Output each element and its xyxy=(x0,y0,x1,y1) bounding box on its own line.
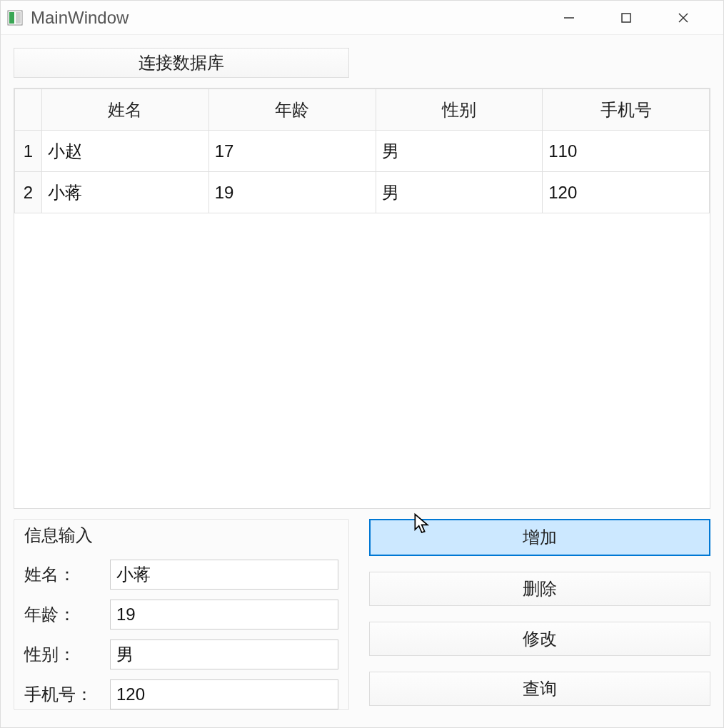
form-row: 手机号： xyxy=(24,679,338,709)
form-row: 年龄： xyxy=(24,600,338,630)
main-window: MainWindow 连接数据库 姓名 xyxy=(0,0,724,728)
svg-rect-2 xyxy=(16,12,21,24)
input-form-group: 信息输入 姓名：年龄：性别：手机号： xyxy=(14,519,349,710)
add-button[interactable]: 增加 xyxy=(369,519,710,556)
table-header-name[interactable]: 姓名 xyxy=(42,89,209,131)
form-row: 姓名： xyxy=(24,560,338,590)
data-table-container: 姓名 年龄 性别 手机号 1小赵17男1102小蒋19男120 xyxy=(14,88,710,509)
age-label: 年龄： xyxy=(24,603,103,626)
table-header-gender[interactable]: 性别 xyxy=(376,89,543,131)
row-index: 1 xyxy=(15,131,42,172)
table-cell[interactable]: 19 xyxy=(208,172,376,213)
table-cell[interactable]: 120 xyxy=(543,172,710,213)
query-button[interactable]: 查询 xyxy=(369,672,710,706)
form-group-title: 信息输入 xyxy=(24,524,338,547)
window-title: MainWindow xyxy=(31,8,552,28)
svg-rect-4 xyxy=(622,14,630,22)
phone-input[interactable] xyxy=(110,679,338,709)
action-buttons: 增加 删除 修改 查询 xyxy=(369,519,710,710)
minimize-button[interactable] xyxy=(552,4,586,32)
gender-label: 性别： xyxy=(24,643,103,666)
table-cell[interactable]: 小蒋 xyxy=(42,172,209,213)
table-cell[interactable]: 17 xyxy=(208,131,376,172)
form-row: 性别： xyxy=(24,639,338,669)
table-row[interactable]: 1小赵17男110 xyxy=(15,131,710,172)
table-header-phone[interactable]: 手机号 xyxy=(543,89,710,131)
table-header-age[interactable]: 年龄 xyxy=(208,89,376,131)
content-area: 连接数据库 姓名 年龄 性别 手机号 1小赵17男1102小蒋19男120 信息… xyxy=(1,35,723,727)
table-cell[interactable]: 男 xyxy=(376,131,543,172)
phone-label: 手机号： xyxy=(24,683,103,706)
svg-rect-1 xyxy=(9,12,14,24)
app-icon xyxy=(6,9,24,26)
delete-button[interactable]: 删除 xyxy=(369,572,710,606)
table-cell[interactable]: 110 xyxy=(543,131,710,172)
gender-input[interactable] xyxy=(110,639,338,669)
row-index: 2 xyxy=(15,172,42,213)
table-cell[interactable]: 男 xyxy=(376,172,543,213)
table-cell[interactable]: 小赵 xyxy=(42,131,209,172)
name-label: 姓名： xyxy=(24,563,103,586)
name-input[interactable] xyxy=(110,560,338,590)
connect-database-button[interactable]: 连接数据库 xyxy=(14,48,349,78)
maximize-button[interactable] xyxy=(609,4,643,32)
bottom-panel: 信息输入 姓名：年龄：性别：手机号： 增加 删除 修改 查询 xyxy=(14,519,710,710)
age-input[interactable] xyxy=(110,600,338,630)
data-table[interactable]: 姓名 年龄 性别 手机号 1小赵17男1102小蒋19男120 xyxy=(14,89,710,213)
table-row[interactable]: 2小蒋19男120 xyxy=(15,172,710,213)
window-controls xyxy=(552,4,718,32)
modify-button[interactable]: 修改 xyxy=(369,622,710,656)
table-corner xyxy=(15,89,42,131)
close-button[interactable] xyxy=(666,4,700,32)
titlebar: MainWindow xyxy=(1,1,723,35)
